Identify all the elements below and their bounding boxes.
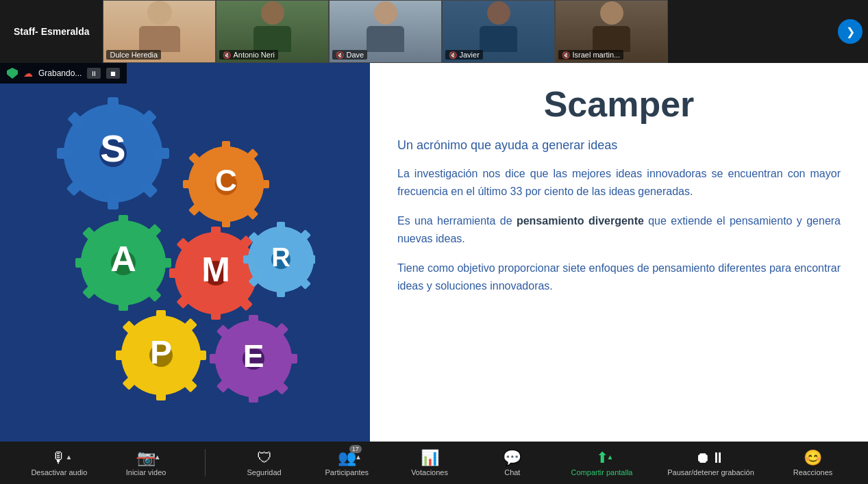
audio-button[interactable]: 🎙▲ Desactivar audio — [31, 449, 87, 476]
record-label: Pausar/detener grabación — [667, 468, 754, 476]
toolbar-separator-1 — [205, 449, 206, 476]
chat-icon: 💬 — [503, 449, 521, 467]
audio-caret[interactable]: ▲ — [65, 453, 72, 461]
svg-text:C: C — [215, 164, 237, 197]
share-screen-button[interactable]: ⬆ ▲ Compartir pantalla — [571, 449, 633, 476]
top-participant-bar: Staff- Esmeralda Dulce Heredia — [0, 0, 868, 63]
svg-text:P: P — [150, 334, 172, 370]
recording-label: Grabando... — [38, 68, 82, 78]
scamper-visual: S C — [55, 88, 315, 417]
slide-title: Scamper — [397, 84, 841, 125]
pause-recording-button[interactable]: ⏸ — [87, 68, 101, 79]
mic-off-icon: 🔇 — [223, 51, 231, 59]
mic-off-icon-israel: 🔇 — [562, 51, 570, 59]
audio-label: Desactivar audio — [31, 468, 87, 476]
next-participants-button[interactable]: ❯ — [838, 19, 863, 44]
svg-text:R: R — [271, 243, 290, 272]
video-button[interactable]: 📷 ▲ Iniciar video — [122, 449, 170, 476]
reactions-label: Reacciones — [793, 468, 832, 476]
share-caret[interactable]: ▲ — [607, 453, 614, 461]
participant-thumb-antonio[interactable]: 🔇 Antonio Neri — [216, 0, 329, 63]
participant-name-antonio: 🔇 Antonio Neri — [219, 50, 278, 60]
host-label: Staff- Esmeralda — [0, 26, 103, 37]
polls-icon: 📊 — [421, 449, 439, 467]
participant-thumb-javier[interactable]: 🔇 Javier — [442, 0, 555, 63]
slide-subtitle: Un acrónimo que ayuda a generar ideas — [397, 138, 841, 153]
mic-off-icon-dave: 🔇 — [336, 51, 344, 59]
participant-name-dulce: Dulce Heredia — [106, 50, 161, 60]
slide-para3: Tiene como objetivo proporcionar siete e… — [397, 259, 841, 294]
record-button[interactable]: ⏺⏸ Pausar/detener grabación — [667, 449, 754, 476]
participant-thumb-dave[interactable]: 🔇 Dave — [329, 0, 442, 63]
participants-icon: 👥17 ▲ — [338, 449, 356, 467]
shield-icon — [7, 68, 18, 79]
participant-name-dave: 🔇 Dave — [332, 50, 367, 60]
participant-name-israel: 🔇 Israel martin... — [558, 50, 623, 60]
participants-label: Participantes — [325, 468, 369, 476]
slide-para1: La investigación nos dice que las mejore… — [397, 165, 841, 200]
cloud-record-icon: ☁ — [23, 68, 33, 79]
polls-label: Votaciones — [411, 468, 448, 476]
share-screen-icon: ⬆ ▲ — [596, 449, 608, 467]
video-icon: 📷 ▲ — [137, 449, 156, 467]
participant-name-javier: 🔇 Javier — [445, 50, 482, 60]
participant-thumb-dulce[interactable]: Dulce Heredia — [103, 0, 216, 63]
slide-right-panel: Scamper Un acrónimo que ayuda a generar … — [370, 63, 868, 442]
reactions-button[interactable]: 😊 Reacciones — [789, 449, 837, 476]
security-icon: 🛡 — [257, 449, 272, 467]
video-caret[interactable]: ▲ — [154, 453, 161, 461]
chat-label: Chat — [504, 468, 520, 476]
stop-recording-button[interactable]: ⏹ — [106, 68, 120, 79]
slide-left-panel: S C — [0, 63, 370, 442]
participants-button[interactable]: 👥17 ▲ Participantes — [323, 449, 371, 476]
participant-thumb-israel[interactable]: 🔇 Israel martin... — [555, 0, 668, 63]
reactions-icon: 😊 — [804, 449, 822, 467]
svg-text:M: M — [201, 251, 230, 289]
svg-text:S: S — [100, 127, 125, 170]
video-label: Iniciar video — [126, 468, 166, 476]
svg-text:A: A — [110, 239, 136, 279]
security-label: Seguridad — [247, 468, 281, 476]
microphone-icon: 🎙▲ — [51, 449, 66, 467]
chat-button[interactable]: 💬 Chat — [488, 449, 536, 476]
polls-button[interactable]: 📊 Votaciones — [406, 449, 454, 476]
participants-strip: Dulce Heredia 🔇 Antonio Neri — [103, 0, 832, 63]
recording-bar: ☁ Grabando... ⏸ ⏹ — [0, 63, 127, 84]
svg-text:E: E — [243, 338, 264, 374]
security-button[interactable]: 🛡 Seguridad — [240, 449, 288, 476]
toolbar: 🎙▲ Desactivar audio 📷 ▲ Iniciar video 🛡 … — [0, 442, 868, 484]
participants-count-badge: 17 — [349, 445, 362, 453]
main-content: S C — [0, 63, 868, 442]
mic-off-icon-javier: 🔇 — [449, 51, 457, 59]
slide-para2: Es una herramienta de pensamiento diverg… — [397, 212, 841, 247]
participants-caret[interactable]: ▲ — [355, 453, 362, 461]
record-icon: ⏺⏸ — [695, 449, 726, 467]
share-label: Compartir pantalla — [571, 468, 633, 476]
